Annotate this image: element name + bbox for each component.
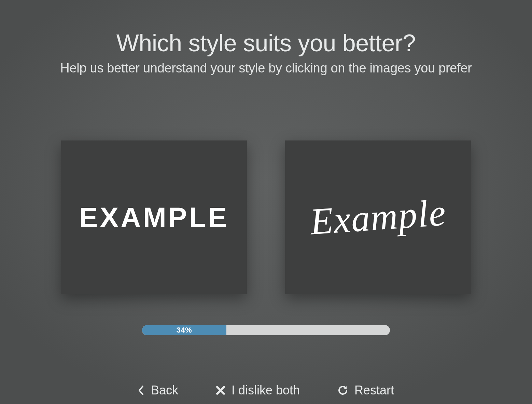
style-option-right[interactable]: Example — [285, 140, 471, 294]
progress-bar: 34% — [142, 325, 390, 335]
style-option-left-label: EXAMPLE — [79, 201, 229, 233]
dislike-both-button[interactable]: I dislike both — [216, 383, 300, 398]
back-button-label: Back — [151, 383, 178, 398]
page-subtitle: Help us better understand your style by … — [0, 61, 532, 76]
restart-button[interactable]: Restart — [337, 383, 394, 398]
style-option-right-label: Example — [309, 191, 448, 244]
x-icon — [216, 386, 225, 395]
back-button[interactable]: Back — [138, 383, 178, 398]
chevron-left-icon — [138, 385, 145, 396]
restart-button-label: Restart — [354, 383, 394, 398]
dislike-both-label: I dislike both — [232, 383, 300, 398]
header: Which style suits you better? Help us be… — [0, 0, 532, 76]
style-option-left[interactable]: EXAMPLE — [61, 140, 247, 294]
style-quiz-screen: Which style suits you better? Help us be… — [0, 0, 532, 404]
page-title: Which style suits you better? — [0, 31, 532, 56]
progress-fill: 34% — [142, 325, 226, 335]
progress-track: 34% — [142, 325, 390, 335]
choice-row: EXAMPLE Example — [0, 140, 532, 294]
controls-row: Back I dislike both Restart — [0, 383, 532, 398]
refresh-icon — [337, 385, 348, 396]
progress-percent-label: 34% — [177, 326, 192, 335]
